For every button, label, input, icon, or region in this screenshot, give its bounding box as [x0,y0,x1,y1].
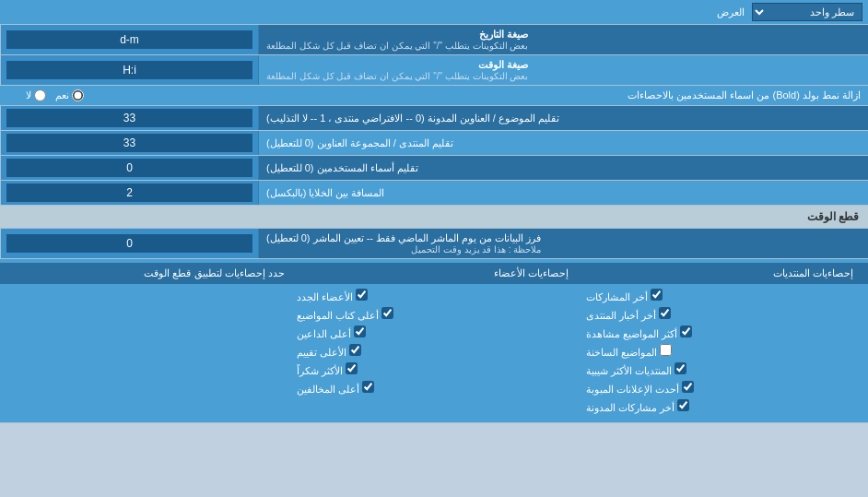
list-item[interactable]: أخر مشاركات المدونة [586,398,861,415]
checkboxes-header: إحصاءيات المنتديات إحصاءيات الأعضاء حدد … [0,263,868,284]
topics-order-input[interactable] [6,109,252,127]
forum-order-row: تقليم المنتدى / المجموعة العناوين (0 للت… [0,131,868,156]
topics-order-label: تقليم الموضوع / العناوين المدونة (0 -- ا… [258,106,868,130]
bold-remove-row: ازالة نمط بولد (Bold) من اسماء المستخدمي… [0,86,868,106]
fetch-row: فرز البيانات من يوم الماشر الماضي فقط --… [0,229,868,259]
list-item[interactable]: أخر أخبار المنتدى [586,306,861,323]
time-format-row: صيغة الوقت بعض التكوينات يتطلب "/" التي … [0,55,868,86]
col2-item3-label[interactable]: الأعلى تقييم [297,344,361,359]
display-row: سطر واحد سطرين ثلاثة أسطر العرض [0,0,868,25]
time-format-label: صيغة الوقت بعض التكوينات يتطلب "/" التي … [258,55,868,85]
display-dropdown-cell[interactable]: سطر واحد سطرين ثلاثة أسطر [752,3,862,21]
col2-item5-label[interactable]: أعلى المخالفين [297,381,374,396]
list-item[interactable]: أعلى الداعين [297,325,571,341]
list-item[interactable]: الأعلى تقييم [297,343,571,360]
timecut-section-header: قطع الوقت [0,206,868,229]
col2-item0-label[interactable]: الأعضاء الجدد [297,289,368,303]
bold-remove-no-label[interactable]: لا [26,89,46,101]
cell-spacing-label: المسافة بين الخلايا (بالبكسل) [258,181,868,205]
bold-remove-label: ازالة نمط بولد (Bold) من اسماء المستخدمي… [84,89,861,101]
cell-spacing-input[interactable] [6,183,252,202]
col1-item1-label[interactable]: أخر أخبار المنتدى [586,307,671,322]
fetch-label: فرز البيانات من يوم الماشر الماضي فقط --… [258,229,868,258]
checkbox-col2: الأعضاء الجدد أعلى كتاب المواضيع أعلى ال… [289,288,579,415]
fetch-input-cell[interactable] [0,229,258,258]
col1-item3-checkbox[interactable] [660,344,672,356]
display-select[interactable]: سطر واحد سطرين ثلاثة أسطر [752,3,862,21]
list-item[interactable]: الأعضاء الجدد [297,288,571,304]
col1-item4-label[interactable]: المنتديات الأكثر شيبية [586,362,686,377]
forum-order-label: تقليم المنتدى / المجموعة العناوين (0 للت… [258,131,868,155]
date-format-row: صيغة التاريخ بعض التكوينات يتطلب "/" الت… [0,25,868,55]
list-item[interactable]: أخر المشاركات [586,288,861,304]
col1-item4-checkbox[interactable] [674,362,686,374]
cell-spacing-input-cell[interactable] [0,181,258,205]
list-item[interactable]: أعلى المخالفين [297,380,571,396]
fetch-input[interactable] [6,234,252,253]
stats-label: حدد إحصاءيات لتطبيق قطع الوقت [7,266,292,281]
date-format-input-cell[interactable] [0,25,258,54]
checkbox-col1: أخر المشاركات أخر أخبار المنتدى أكثر الم… [579,288,868,415]
col2-item4-label[interactable]: الأكثر شكراً [297,362,358,377]
col1-item0-label[interactable]: أخر المشاركات [586,289,663,303]
col2-item3-checkbox[interactable] [349,344,361,356]
right-stats-label-col [0,288,289,415]
list-item[interactable]: أكثر المواضيع مشاهدة [586,325,861,341]
col1-item6-checkbox[interactable] [677,399,689,411]
main-container: سطر واحد سطرين ثلاثة أسطر العرض صيغة الت… [0,0,868,423]
bold-remove-no-radio[interactable] [34,89,46,101]
bold-remove-options[interactable]: نعم لا [7,89,84,101]
time-format-input[interactable] [6,61,252,79]
col1-item1-checkbox[interactable] [659,307,671,319]
list-item[interactable]: أعلى كتاب المواضيع [297,306,571,323]
checkboxes-body: أخر المشاركات أخر أخبار المنتدى أكثر الم… [0,284,868,419]
col2-item1-checkbox[interactable] [381,307,393,319]
date-format-input[interactable] [6,30,252,49]
col2-item0-checkbox[interactable] [356,289,368,301]
col2-item2-checkbox[interactable] [354,325,366,337]
list-item[interactable]: المواضيع الساخنة [586,343,861,360]
usernames-order-input-cell[interactable] [0,156,258,180]
checkboxes-section: إحصاءيات المنتديات إحصاءيات الأعضاء حدد … [0,259,868,423]
col1-header: إحصاءيات المنتديات [576,266,861,281]
list-item[interactable]: أحدث الإعلانات المبوبة [586,380,861,396]
usernames-order-label: تقليم أسماء المستخدمين (0 للتعطيل) [258,156,868,180]
list-item[interactable]: المنتديات الأكثر شيبية [586,361,861,378]
col2-item1-label[interactable]: أعلى كتاب المواضيع [297,307,393,322]
col1-item6-label[interactable]: أخر مشاركات المدونة [586,399,689,414]
forum-order-input[interactable] [6,134,252,152]
col2-item4-checkbox[interactable] [346,362,358,374]
cell-spacing-row: المسافة بين الخلايا (بالبكسل) [0,181,868,206]
forum-order-input-cell[interactable] [0,131,258,155]
col1-item5-checkbox[interactable] [682,381,694,393]
col1-item5-label[interactable]: أحدث الإعلانات المبوبة [586,381,694,396]
display-label: العرض [6,6,752,18]
topics-order-input-cell[interactable] [0,106,258,130]
col1-item2-checkbox[interactable] [680,325,692,337]
col2-item2-label[interactable]: أعلى الداعين [297,325,366,340]
list-item[interactable]: الأكثر شكراً [297,361,571,378]
bold-remove-yes-radio[interactable] [72,89,84,101]
col1-item0-checkbox[interactable] [651,289,663,301]
usernames-order-row: تقليم أسماء المستخدمين (0 للتعطيل) [0,156,868,181]
time-format-input-cell[interactable] [0,55,258,85]
col1-item3-label[interactable]: المواضيع الساخنة [586,344,672,359]
col2-item5-checkbox[interactable] [362,381,374,393]
bold-remove-yes-label[interactable]: نعم [55,89,84,101]
date-format-label: صيغة التاريخ بعض التكوينات يتطلب "/" الت… [258,25,868,54]
usernames-order-input[interactable] [6,159,252,177]
topics-order-row: تقليم الموضوع / العناوين المدونة (0 -- ا… [0,106,868,131]
col2-header: إحصاءيات الأعضاء [292,266,577,281]
col1-item2-label[interactable]: أكثر المواضيع مشاهدة [586,325,692,340]
